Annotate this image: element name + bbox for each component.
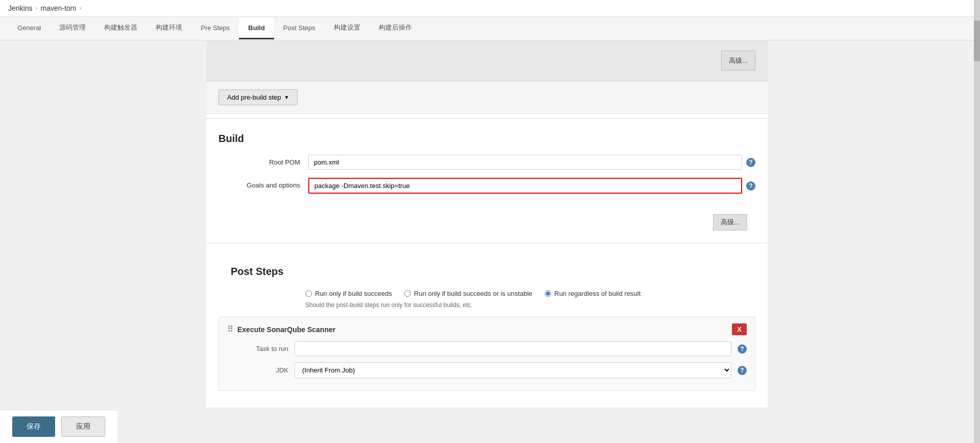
goals-input-wrap: ?	[308, 178, 755, 194]
add-prebuild-label: Add pre-build step	[227, 94, 281, 101]
tab-trigger[interactable]: 构建触发器	[95, 17, 146, 40]
radio-run-success-input[interactable]	[305, 290, 312, 297]
goals-input[interactable]	[308, 178, 742, 194]
jdk-help-icon[interactable]: ?	[738, 366, 747, 375]
scrollbar-thumb[interactable]	[974, 20, 980, 61]
root-pom-input[interactable]	[308, 155, 742, 170]
tab-source[interactable]: 源码管理	[50, 17, 95, 40]
dropdown-arrow-icon: ▼	[284, 95, 289, 100]
breadcrumb: Jenkins › maven-tom ›	[0, 0, 974, 17]
root-pom-row: Root POM ?	[218, 155, 755, 170]
advanced-top-button[interactable]: 高级...	[721, 51, 755, 71]
radio-run-always-label: Run regardless of build result	[554, 290, 641, 297]
add-prebuild-button[interactable]: Add pre-build step ▼	[218, 89, 298, 105]
radio-run-unstable-label: Run only if build succeeds or is unstabl…	[414, 290, 532, 297]
divider-1	[206, 118, 768, 119]
task-to-run-help-icon[interactable]: ?	[738, 344, 747, 354]
execute-sonar-section: ⠿ Execute SonarQube Scanner X Task to ru…	[218, 317, 755, 391]
breadcrumb-arrow1: ›	[35, 5, 37, 12]
root-pom-help-icon[interactable]: ?	[746, 158, 755, 167]
tab-navigation: General 源码管理 构建触发器 构建环境 Pre Steps Build …	[0, 17, 974, 40]
radio-run-always[interactable]: Run regardless of build result	[545, 290, 641, 297]
task-to-run-row: Task to run ?	[227, 341, 747, 356]
tab-presteps[interactable]: Pre Steps	[191, 18, 239, 39]
delete-execute-button[interactable]: X	[732, 323, 747, 335]
breadcrumb-root[interactable]: Jenkins	[8, 4, 32, 12]
breadcrumb-arrow2: ›	[80, 5, 82, 12]
jdk-row: JDK (Inherit From Job) JDK 8 JDK 11 ?	[227, 362, 747, 378]
jdk-select-wrap: (Inherit From Job) JDK 8 JDK 11	[295, 362, 731, 378]
build-section-title: Build	[206, 123, 768, 151]
radio-run-success-label: Run only if build succeeds	[315, 290, 392, 297]
build-advanced-button[interactable]: 高级...	[713, 214, 747, 230]
root-pom-input-wrap: ?	[308, 155, 755, 170]
radio-run-unstable[interactable]: Run only if build succeeds or is unstabl…	[404, 290, 532, 297]
drag-handle-icon[interactable]: ⠿	[227, 324, 233, 334]
task-to-run-label: Task to run	[227, 345, 288, 353]
tab-general[interactable]: General	[8, 18, 50, 39]
radio-group: Run only if build succeeds Run only if b…	[218, 284, 755, 299]
post-steps-section: Post Steps Run only if build succeeds Ru…	[206, 247, 768, 407]
radio-run-success[interactable]: Run only if build succeeds	[305, 290, 392, 297]
jdk-label: JDK	[227, 366, 288, 374]
build-section: Build Root POM ? Goals and options	[206, 123, 768, 239]
goals-row: Goals and options ?	[218, 178, 755, 194]
apply-button[interactable]: 应用	[61, 416, 105, 437]
goals-help-icon[interactable]: ?	[746, 181, 755, 191]
radio-hint: Should the post-build steps run only for…	[218, 301, 755, 309]
execute-title-label: Execute SonarQube Scanner	[237, 325, 335, 334]
task-to-run-input[interactable]	[295, 341, 731, 356]
goals-label: Goals and options	[218, 178, 300, 189]
build-form: Root POM ? Goals and options ?	[206, 151, 768, 212]
tab-build[interactable]: Build	[239, 18, 274, 39]
radio-run-unstable-input[interactable]	[404, 290, 411, 297]
divider-2	[206, 243, 768, 243]
execute-header: ⠿ Execute SonarQube Scanner X	[227, 323, 747, 335]
root-pom-label: Root POM	[218, 155, 300, 166]
post-steps-title: Post Steps	[218, 255, 755, 284]
build-advanced-row: 高级...	[206, 212, 768, 239]
tab-settings[interactable]: 构建设置	[325, 17, 370, 40]
tab-postbuild[interactable]: 构建后操作	[370, 17, 421, 40]
jdk-select[interactable]: (Inherit From Job) JDK 8 JDK 11	[295, 362, 731, 378]
breadcrumb-project[interactable]: maven-tom	[40, 4, 76, 12]
scrollbar-track	[974, 0, 980, 443]
execute-title-wrap: ⠿ Execute SonarQube Scanner	[227, 324, 335, 334]
action-bar: 保存 应用	[0, 410, 117, 443]
save-button[interactable]: 保存	[12, 416, 55, 437]
tab-poststeps[interactable]: Post Steps	[274, 18, 325, 39]
radio-run-always-input[interactable]	[545, 290, 551, 297]
tab-env[interactable]: 构建环境	[146, 17, 191, 40]
pre-build-section: Add pre-build step ▼	[206, 81, 768, 114]
top-section: 高级...	[206, 40, 768, 81]
